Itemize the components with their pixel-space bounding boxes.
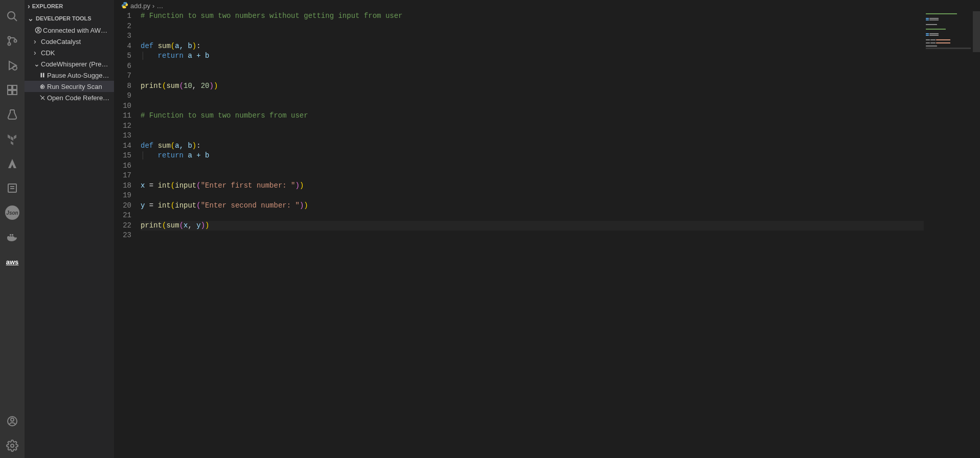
svg-point-2 (8, 37, 11, 39)
chevron-right-icon: › (34, 49, 41, 57)
svg-line-1 (14, 18, 17, 21)
breadcrumb-sep: › (152, 2, 154, 10)
svg-point-3 (8, 43, 11, 45)
dismiss-icon (38, 94, 47, 101)
extensions-icon[interactable] (0, 78, 25, 102)
sidebar-item-label: CodeWhisperer (Pre… (41, 60, 112, 68)
breadcrumb[interactable]: add.py › … (114, 0, 980, 11)
svg-rect-26 (43, 73, 44, 78)
line-number-gutter: 1234567891011121314151617181920212223 (114, 11, 141, 458)
atlassian-icon[interactable] (0, 151, 25, 176)
minimap[interactable] (924, 11, 973, 458)
devtools-label: DEVELOPER TOOLS (36, 15, 92, 21)
svg-rect-9 (13, 90, 17, 95)
chevron-right-icon: › (28, 2, 30, 10)
activity-bar: Json aws (0, 0, 25, 458)
code-lines[interactable]: # Function to sum two numbers without ge… (141, 11, 924, 458)
developer-tools-section-header[interactable]: ⌄ DEVELOPER TOOLS (25, 12, 114, 25)
user-circle-icon (34, 27, 43, 34)
editor-area: add.py › … 12345678910111213141516171819… (114, 0, 980, 458)
chevron-down-icon: ⌄ (28, 14, 34, 22)
chevron-right-icon: › (34, 37, 41, 45)
search-icon[interactable] (0, 4, 25, 29)
svg-point-0 (8, 12, 15, 19)
sidebar-item-label: Run Security Scan (47, 83, 112, 90)
sidebar-item-codewhisperer[interactable]: ⌄ CodeWhisperer (Pre… (25, 58, 114, 70)
docker-icon[interactable] (0, 225, 25, 249)
sidebar-item-pause-autosuggest[interactable]: Pause Auto-Sugge… (25, 70, 114, 81)
sidebar-item-label: CodeCatalyst (41, 38, 112, 45)
run-debug-icon[interactable] (0, 53, 25, 78)
svg-rect-8 (8, 90, 12, 95)
bug-run-icon (38, 83, 47, 90)
svg-line-32 (40, 96, 45, 100)
explorer-label: EXPLORER (32, 3, 63, 9)
svg-point-24 (37, 29, 39, 31)
chevron-down-icon: ⌄ (34, 60, 41, 68)
testing-icon[interactable] (0, 102, 25, 127)
sidebar-item-connected-aws[interactable]: Connected with AW… (25, 25, 114, 36)
source-control-icon[interactable] (0, 29, 25, 53)
svg-rect-10 (13, 85, 17, 89)
svg-point-21 (11, 418, 14, 421)
python-file-icon (121, 2, 128, 10)
svg-point-4 (14, 40, 17, 42)
svg-rect-19 (12, 234, 13, 236)
settings-gear-icon[interactable] (0, 433, 25, 458)
svg-rect-25 (41, 73, 42, 78)
sidebar-item-open-code-reference[interactable]: Open Code Refere… (25, 92, 114, 103)
sidebar-item-run-security-scan[interactable]: Run Security Scan (25, 81, 114, 92)
svg-rect-7 (8, 85, 12, 89)
sidebar-item-codecatalyst[interactable]: › CodeCatalyst (25, 36, 114, 47)
accounts-icon[interactable] (0, 409, 25, 433)
svg-rect-18 (10, 234, 11, 236)
pause-icon (38, 72, 47, 79)
sidebar-item-cdk[interactable]: › CDK (25, 47, 114, 58)
sidebar-item-label: Pause Auto-Sugge… (47, 72, 112, 79)
sidebar-item-label: Open Code Refere… (47, 94, 112, 102)
terraform-icon[interactable] (0, 127, 25, 151)
explorer-section-header[interactable]: › EXPLORER (25, 0, 114, 12)
sidebar: › EXPLORER ⌄ DEVELOPER TOOLS Connected w… (25, 0, 114, 458)
breadcrumb-more: … (156, 2, 163, 10)
json-icon[interactable]: Json (5, 205, 19, 220)
scrollbar-thumb[interactable] (973, 11, 980, 52)
vertical-scrollbar[interactable] (973, 11, 980, 458)
sidebar-item-label: Connected with AW… (43, 27, 112, 34)
aws-toolkit-icon[interactable]: aws (0, 249, 25, 274)
breadcrumb-file: add.py (130, 2, 150, 10)
svg-marker-31 (42, 86, 43, 88)
sidebar-item-label: CDK (41, 49, 112, 57)
project-manager-icon[interactable] (0, 176, 25, 200)
code-editor[interactable]: 1234567891011121314151617181920212223 # … (114, 11, 980, 458)
svg-point-22 (11, 444, 14, 447)
